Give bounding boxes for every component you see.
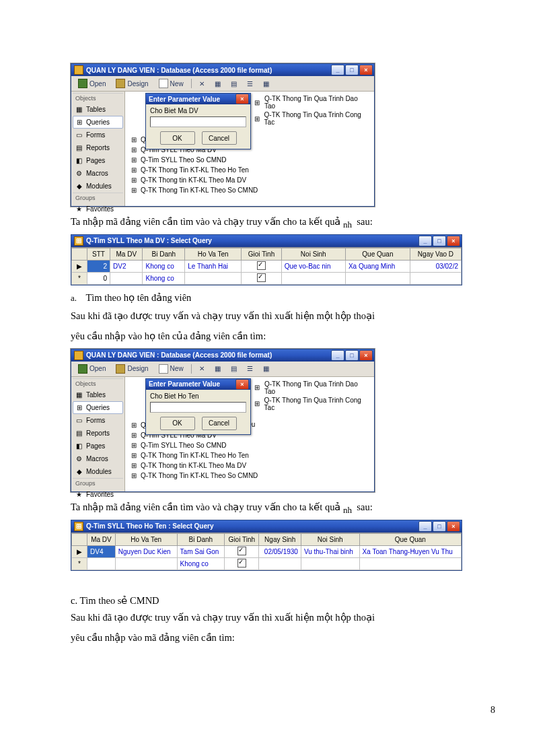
sidebar-item-favorites[interactable]: ★Favorites	[73, 488, 123, 501]
sidebar-item-modules[interactable]: ◆Modules	[73, 180, 123, 193]
query-item[interactable]: ⊞Q-TK Thong Tin KT-KL Theo Ho Ten	[129, 450, 370, 460]
sidebar-item-forms[interactable]: ▭Forms	[73, 414, 123, 427]
cell[interactable]: Vu thu-Thai binh	[301, 545, 359, 557]
minimize-button[interactable]: _	[418, 521, 432, 532]
close-button[interactable]: ×	[447, 236, 460, 246]
minimize-button[interactable]: _	[418, 236, 432, 246]
sidebar-item-queries[interactable]: ⊞Queries	[73, 401, 123, 414]
cell-checkbox[interactable]	[225, 557, 259, 570]
close-button[interactable]: ×	[447, 521, 460, 532]
query-item[interactable]: ⊞Q-TK Thong Tin KT-KL Theo Ho Ten	[129, 165, 370, 175]
cell[interactable]	[115, 557, 177, 570]
query-item[interactable]: ⊞Q-TK Thong Tin Qua Trinh Cong Tac	[253, 110, 370, 127]
query-item[interactable]: ⊞Q-TK Thong tin KT-KL Theo Ma DV	[129, 460, 370, 471]
dialog-cancel-button[interactable]: Cancel	[202, 131, 237, 145]
col-header[interactable]: Bi Danh	[177, 533, 225, 545]
cell[interactable]: DV2	[110, 260, 143, 272]
cell[interactable]: 02/05/1930	[259, 545, 301, 557]
cell[interactable]: 03/02/2	[410, 260, 461, 272]
sidebar-item-macros[interactable]: ⚙Macros	[73, 167, 123, 180]
col-header[interactable]: Ho Va Ten	[185, 248, 242, 260]
query-item[interactable]: ⊞Q-Tim SYLL Theo So CMND	[129, 155, 370, 165]
table-row[interactable]: ▶ 2 DV2 Khong co Le Thanh Hai Que vo-Bac…	[72, 260, 462, 272]
toolbar-view-small-icon[interactable]: ▤	[227, 77, 241, 90]
dialog-close-button[interactable]: ×	[235, 379, 249, 390]
sidebar-item-pages[interactable]: ◧Pages	[73, 440, 123, 452]
col-header[interactable]: Ho Va Ten	[115, 533, 177, 545]
cell[interactable]: Nguyen Duc Kien	[115, 545, 177, 557]
row-selector[interactable]: *	[72, 557, 87, 570]
query-item[interactable]: ⊞Q-TK Thong Tin Qua Trinh Cong Tac	[253, 396, 370, 412]
dialog-close-button[interactable]: ×	[235, 94, 249, 104]
toolbar-view-small-icon[interactable]: ▤	[227, 362, 241, 376]
datasheet[interactable]: STT Ma DV Bi Danh Ho Va Ten Gioi Tinh No…	[71, 247, 462, 285]
cell[interactable]: Que vo-Bac nin	[281, 260, 345, 272]
cell[interactable]: Khong co	[143, 260, 185, 272]
datasheet[interactable]: Ma DV Ho Va Ten Bi Danh Gioi Tinh Ngay S…	[71, 532, 462, 570]
toolbar-view-details-icon[interactable]: ▦	[259, 362, 273, 376]
sidebar-item-modules[interactable]: ◆Modules	[73, 465, 123, 478]
toolbar-design-button[interactable]: Design	[112, 77, 152, 90]
row-selector[interactable]: *	[72, 272, 87, 284]
sidebar-item-tables[interactable]: ▦Tables	[73, 388, 123, 401]
close-button[interactable]: ×	[359, 65, 373, 75]
cell[interactable]	[185, 272, 242, 284]
close-button[interactable]: ×	[359, 350, 373, 361]
toolbar-design-button[interactable]: Design	[112, 362, 152, 376]
sidebar-item-forms[interactable]: ▭Forms	[73, 129, 123, 141]
dialog-ok-button[interactable]: OK	[160, 417, 195, 430]
cell[interactable]: 2	[87, 260, 110, 272]
cell[interactable]	[301, 557, 359, 570]
sidebar-item-tables[interactable]: ▦Tables	[73, 103, 123, 116]
cell-checkbox[interactable]	[225, 545, 259, 557]
query-item[interactable]: ⊞Q-TK Thong Tin KT-KL Theo So CMND	[129, 185, 370, 195]
sidebar-item-macros[interactable]: ⚙Macros	[73, 452, 123, 465]
minimize-button[interactable]: _	[331, 350, 344, 361]
col-header[interactable]: Ma DV	[110, 248, 143, 260]
table-row[interactable]: * 0 Khong co	[72, 272, 462, 284]
col-header[interactable]: Noi Sinh	[301, 533, 359, 545]
toolbar-view-details-icon[interactable]: ▦	[259, 77, 273, 90]
cell[interactable]: 0	[87, 272, 110, 284]
col-header[interactable]: Gioi Tinh	[225, 533, 259, 545]
toolbar-view-large-icon[interactable]: ▦	[211, 362, 225, 376]
parameter-input[interactable]	[150, 402, 246, 413]
cell[interactable]: Tam Sai Gon	[177, 545, 225, 557]
maximize-button[interactable]: □	[345, 350, 359, 361]
cell[interactable]	[110, 272, 143, 284]
dialog-cancel-button[interactable]: Cancel	[202, 417, 237, 430]
table-row[interactable]: * Khong co	[72, 557, 462, 570]
col-header[interactable]: Ma DV	[87, 533, 116, 545]
toolbar-delete-button[interactable]: ✕	[195, 77, 209, 90]
toolbar-new-button[interactable]: New	[155, 362, 188, 376]
cell-checkbox[interactable]	[242, 272, 281, 284]
col-header[interactable]: Que Quan	[359, 533, 461, 545]
query-item[interactable]: ⊞Q-TK Thong Tin KT-KL Theo So CMND	[129, 471, 370, 481]
sidebar-item-reports[interactable]: ▤Reports	[73, 427, 123, 440]
query-item[interactable]: ⊞Q-TK Thong tin KT-KL Theo Ma DV	[129, 175, 370, 185]
cell[interactable]: Le Thanh Hai	[185, 260, 242, 272]
cell-checkbox[interactable]	[242, 260, 281, 272]
toolbar-open-button[interactable]: Open	[74, 362, 110, 376]
row-selector[interactable]: ▶	[72, 260, 87, 272]
sidebar-item-pages[interactable]: ◧Pages	[73, 154, 123, 167]
col-header[interactable]: Bi Danh	[143, 248, 185, 260]
cell[interactable]	[359, 557, 461, 570]
cell[interactable]: Xa Quang Minh	[345, 260, 410, 272]
toolbar-view-large-icon[interactable]: ▦	[211, 77, 225, 90]
col-header[interactable]: Ngay Sinh	[259, 533, 301, 545]
cell[interactable]: Xa Toan Thang-Huyen Vu Thu	[359, 545, 461, 557]
cell[interactable]: Khong co	[143, 272, 185, 284]
col-header[interactable]: Que Quan	[345, 248, 410, 260]
sidebar-item-favorites[interactable]: ★Favorites	[73, 203, 123, 215]
col-header[interactable]: Ngay Vao D	[410, 248, 461, 260]
dialog-ok-button[interactable]: OK	[160, 131, 195, 145]
cell[interactable]	[410, 272, 461, 284]
cell[interactable]	[345, 272, 410, 284]
cell[interactable]: Khong co	[177, 557, 225, 570]
toolbar-delete-button[interactable]: ✕	[195, 362, 209, 376]
toolbar-new-button[interactable]: New	[155, 77, 188, 90]
cell[interactable]	[259, 557, 301, 570]
toolbar-view-list-icon[interactable]: ☰	[243, 77, 257, 90]
parameter-input[interactable]	[150, 116, 246, 127]
